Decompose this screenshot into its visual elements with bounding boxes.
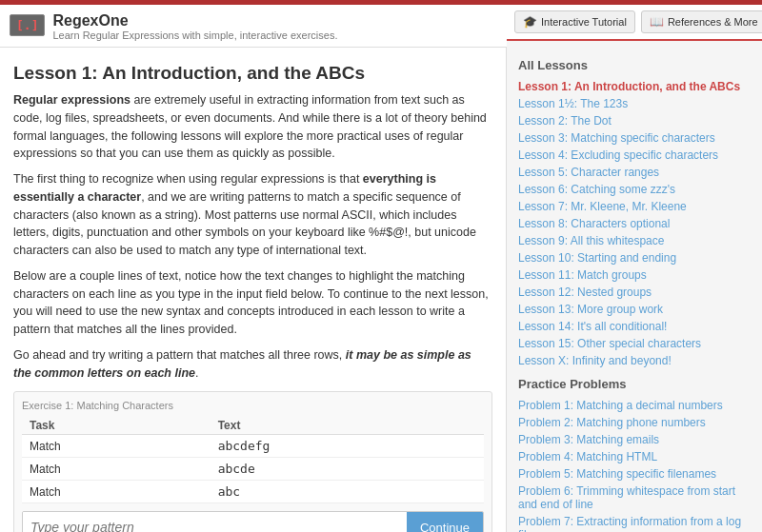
sidebar-content: All Lessons Lesson 1: An Introduction, a… — [507, 41, 762, 532]
continue-button[interactable]: Continue — [407, 512, 483, 532]
sidebar-lesson-link[interactable]: Lesson 15: Other special characters — [518, 335, 751, 352]
exercise-title: Exercise 1: Matching Characters — [22, 400, 484, 411]
sidebar-lesson-link[interactable]: Lesson 4: Excluding specific characters — [518, 147, 751, 164]
sidebar-lesson-link[interactable]: Lesson 2: The Dot — [518, 112, 751, 129]
sidebar-lesson-link[interactable]: Lesson 9: All this whitespace — [518, 232, 751, 249]
pattern-input[interactable] — [23, 512, 407, 532]
references-btn[interactable]: 📖 References & More — [641, 10, 762, 33]
sidebar-problem-link[interactable]: Problem 3: Matching emails — [518, 431, 751, 448]
sidebar-lesson-link[interactable]: Lesson 8: Characters optional — [518, 215, 751, 232]
site-header: [.] RegexOne Learn Regular Expressions w… — [0, 5, 507, 48]
sidebar-lesson-link[interactable]: Lesson 1½: The 123s — [518, 95, 751, 112]
site-subtitle: Learn Regular Expressions with simple, i… — [52, 30, 337, 41]
sidebar-lesson-link[interactable]: Lesson 14: It's all conditional! — [518, 318, 751, 335]
table-row: Match abcde — [22, 458, 484, 481]
site-title: RegexOne — [52, 12, 337, 30]
paragraph-3: Below are a couple lines of text, notice… — [13, 267, 492, 339]
sidebar-lesson-link[interactable]: Lesson 3: Matching specific characters — [518, 129, 751, 147]
text-cell: abcde — [211, 458, 484, 481]
problems-list: Problem 1: Matching a decimal numbersPro… — [518, 397, 751, 532]
sidebar-lesson-link[interactable]: Lesson 6: Catching some zzz's — [518, 181, 751, 198]
book-icon: 📖 — [650, 15, 664, 29]
sidebar-problem-link[interactable]: Problem 4: Matching HTML — [518, 448, 751, 465]
col-task: Task — [22, 417, 211, 435]
sidebar-lesson-link[interactable]: Lesson 12: Nested groups — [518, 284, 751, 301]
all-lessons-title: All Lessons — [518, 58, 751, 72]
task-cell: Match — [22, 481, 211, 503]
sidebar-lesson-link[interactable]: Lesson 13: More group work — [518, 301, 751, 318]
sidebar-problem-link[interactable]: Problem 6: Trimming whitespace from star… — [518, 483, 751, 513]
col-text: Text — [211, 417, 484, 435]
sidebar-lesson-link[interactable]: Lesson 11: Match groups — [518, 266, 751, 284]
lessons-list: Lesson 1: An Introduction, and the ABCsL… — [518, 78, 751, 369]
tutorial-btn-label: Interactive Tutorial — [541, 16, 627, 28]
task-cell: Match — [22, 435, 211, 458]
sidebar-lesson-link[interactable]: Lesson X: Infinity and beyond! — [518, 352, 751, 369]
paragraph-4: Go ahead and try writing a pattern that … — [13, 346, 492, 383]
logo-icon: [.] — [10, 14, 45, 36]
text-cell: abcdefg — [211, 435, 484, 458]
lesson-title: Lesson 1: An Introduction, and the ABCs — [13, 63, 492, 84]
interactive-tutorial-btn[interactable]: 🎓 Interactive Tutorial — [514, 10, 635, 33]
sidebar-lesson-link[interactable]: Lesson 5: Character ranges — [518, 164, 751, 181]
sidebar-lesson-link[interactable]: Lesson 1: An Introduction, and the ABCs — [518, 78, 751, 95]
task-cell: Match — [22, 458, 211, 481]
sidebar-problem-link[interactable]: Problem 7: Extracting information from a… — [518, 513, 751, 532]
graduation-icon: 🎓 — [523, 15, 537, 29]
sidebar-lesson-link[interactable]: Lesson 7: Mr. Kleene, Mr. Kleene — [518, 198, 751, 215]
exercise-table: Task Text Match abcdefg Match abcde Matc… — [22, 417, 484, 503]
sidebar-problem-link[interactable]: Problem 1: Matching a decimal numbers — [518, 397, 751, 414]
text-cell: abc — [211, 481, 484, 503]
table-row: Match abcdefg — [22, 435, 484, 458]
pattern-area: Continue — [22, 511, 484, 532]
sidebar: 🎓 Interactive Tutorial 📖 References & Mo… — [507, 5, 762, 532]
sidebar-problem-link[interactable]: Problem 2: Matching phone numbers — [518, 414, 751, 431]
sidebar-nav: 🎓 Interactive Tutorial 📖 References & Mo… — [507, 5, 762, 41]
references-btn-label: References & More — [668, 16, 758, 28]
main-content: Lesson 1: An Introduction, and the ABCs … — [0, 48, 507, 532]
exercise-box: Exercise 1: Matching Characters Task Tex… — [13, 391, 492, 532]
paragraph-1: Regular expressions are extremely useful… — [13, 91, 492, 163]
table-row: Match abc — [22, 481, 484, 503]
practice-problems-title: Practice Problems — [518, 377, 751, 391]
paragraph-2: The first thing to recognize when using … — [13, 170, 492, 260]
sidebar-problem-link[interactable]: Problem 5: Matching specific filenames — [518, 465, 751, 483]
sidebar-lesson-link[interactable]: Lesson 10: Starting and ending — [518, 249, 751, 266]
